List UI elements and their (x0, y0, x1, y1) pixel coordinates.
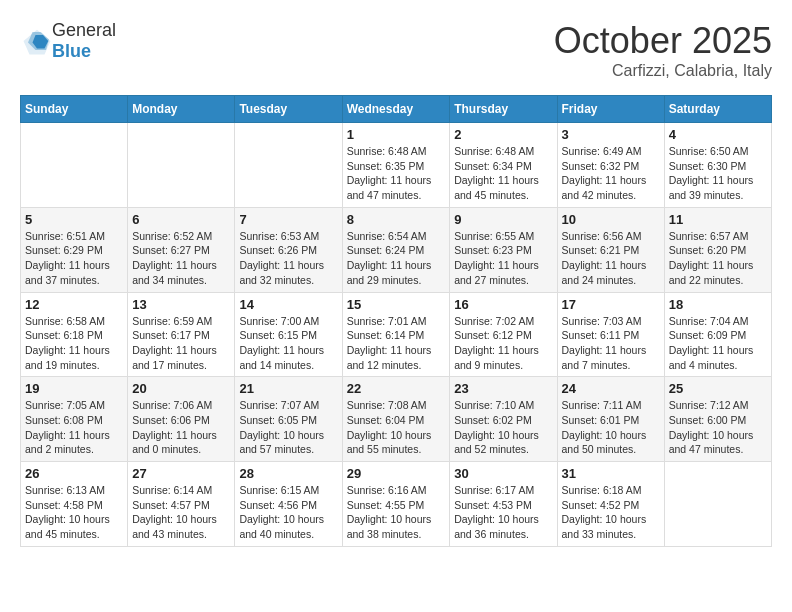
calendar-cell: 3Sunrise: 6:49 AMSunset: 6:32 PMDaylight… (557, 123, 664, 208)
day-info-text: Sunrise: 6:13 AM (25, 483, 123, 498)
calendar-cell: 14Sunrise: 7:00 AMSunset: 6:15 PMDayligh… (235, 292, 342, 377)
calendar-cell: 21Sunrise: 7:07 AMSunset: 6:05 PMDayligh… (235, 377, 342, 462)
day-info-text: Daylight: 11 hours and 27 minutes. (454, 258, 552, 287)
calendar-cell (128, 123, 235, 208)
day-number: 7 (239, 212, 337, 227)
day-info-text: Daylight: 11 hours and 24 minutes. (562, 258, 660, 287)
calendar-cell: 11Sunrise: 6:57 AMSunset: 6:20 PMDayligh… (664, 207, 771, 292)
day-info-text: Sunrise: 6:49 AM (562, 144, 660, 159)
day-info-text: Sunrise: 6:57 AM (669, 229, 767, 244)
day-info-text: Sunset: 6:17 PM (132, 328, 230, 343)
day-number: 10 (562, 212, 660, 227)
day-info-text: Sunrise: 7:02 AM (454, 314, 552, 329)
calendar-cell: 12Sunrise: 6:58 AMSunset: 6:18 PMDayligh… (21, 292, 128, 377)
day-info-text: Sunset: 4:55 PM (347, 498, 446, 513)
day-number: 19 (25, 381, 123, 396)
day-number: 29 (347, 466, 446, 481)
day-info-text: Daylight: 11 hours and 37 minutes. (25, 258, 123, 287)
calendar-cell: 5Sunrise: 6:51 AMSunset: 6:29 PMDaylight… (21, 207, 128, 292)
day-info-text: Sunrise: 6:48 AM (454, 144, 552, 159)
day-info-text: Sunrise: 7:12 AM (669, 398, 767, 413)
day-info-text: Sunset: 6:24 PM (347, 243, 446, 258)
column-header-friday: Friday (557, 96, 664, 123)
day-info-text: Daylight: 11 hours and 39 minutes. (669, 173, 767, 202)
day-info-text: Sunset: 4:58 PM (25, 498, 123, 513)
day-info-text: Sunset: 4:56 PM (239, 498, 337, 513)
day-info-text: Sunrise: 7:05 AM (25, 398, 123, 413)
day-info-text: Daylight: 11 hours and 9 minutes. (454, 343, 552, 372)
calendar-week-row: 5Sunrise: 6:51 AMSunset: 6:29 PMDaylight… (21, 207, 772, 292)
day-info-text: Sunset: 6:09 PM (669, 328, 767, 343)
day-info-text: Daylight: 10 hours and 47 minutes. (669, 428, 767, 457)
day-info-text: Daylight: 11 hours and 29 minutes. (347, 258, 446, 287)
day-info-text: Sunset: 6:27 PM (132, 243, 230, 258)
calendar-week-row: 26Sunrise: 6:13 AMSunset: 4:58 PMDayligh… (21, 462, 772, 547)
day-number: 15 (347, 297, 446, 312)
day-number: 20 (132, 381, 230, 396)
day-number: 2 (454, 127, 552, 142)
day-number: 6 (132, 212, 230, 227)
calendar-table: SundayMondayTuesdayWednesdayThursdayFrid… (20, 95, 772, 547)
day-info-text: Sunrise: 7:08 AM (347, 398, 446, 413)
day-info-text: Daylight: 11 hours and 4 minutes. (669, 343, 767, 372)
day-info-text: Sunrise: 6:55 AM (454, 229, 552, 244)
calendar-cell: 19Sunrise: 7:05 AMSunset: 6:08 PMDayligh… (21, 377, 128, 462)
calendar-cell: 13Sunrise: 6:59 AMSunset: 6:17 PMDayligh… (128, 292, 235, 377)
calendar-subtitle: Carfizzi, Calabria, Italy (554, 62, 772, 80)
day-info-text: Sunrise: 7:07 AM (239, 398, 337, 413)
day-number: 25 (669, 381, 767, 396)
day-number: 26 (25, 466, 123, 481)
day-info-text: Sunrise: 7:06 AM (132, 398, 230, 413)
day-info-text: Sunrise: 7:00 AM (239, 314, 337, 329)
day-info-text: Sunrise: 6:59 AM (132, 314, 230, 329)
day-info-text: Sunset: 6:20 PM (669, 243, 767, 258)
day-number: 31 (562, 466, 660, 481)
day-info-text: Daylight: 10 hours and 45 minutes. (25, 512, 123, 541)
day-number: 23 (454, 381, 552, 396)
day-info-text: Sunset: 6:23 PM (454, 243, 552, 258)
day-info-text: Daylight: 10 hours and 52 minutes. (454, 428, 552, 457)
column-header-tuesday: Tuesday (235, 96, 342, 123)
title-area: October 2025 Carfizzi, Calabria, Italy (554, 20, 772, 80)
day-info-text: Sunset: 6:04 PM (347, 413, 446, 428)
calendar-cell: 7Sunrise: 6:53 AMSunset: 6:26 PMDaylight… (235, 207, 342, 292)
day-info-text: Sunset: 6:05 PM (239, 413, 337, 428)
day-info-text: Sunset: 6:21 PM (562, 243, 660, 258)
day-info-text: Sunset: 6:18 PM (25, 328, 123, 343)
column-header-sunday: Sunday (21, 96, 128, 123)
day-info-text: Daylight: 11 hours and 45 minutes. (454, 173, 552, 202)
day-info-text: Sunrise: 6:15 AM (239, 483, 337, 498)
day-number: 8 (347, 212, 446, 227)
day-number: 14 (239, 297, 337, 312)
day-number: 1 (347, 127, 446, 142)
calendar-cell: 4Sunrise: 6:50 AMSunset: 6:30 PMDaylight… (664, 123, 771, 208)
day-number: 5 (25, 212, 123, 227)
day-number: 4 (669, 127, 767, 142)
day-info-text: Daylight: 11 hours and 0 minutes. (132, 428, 230, 457)
day-info-text: Sunset: 6:08 PM (25, 413, 123, 428)
day-info-text: Sunrise: 7:04 AM (669, 314, 767, 329)
day-info-text: Sunset: 6:06 PM (132, 413, 230, 428)
page-header: General Blue October 2025 Carfizzi, Cala… (20, 20, 772, 80)
logo-icon (22, 26, 52, 56)
day-number: 27 (132, 466, 230, 481)
calendar-cell: 23Sunrise: 7:10 AMSunset: 6:02 PMDayligh… (450, 377, 557, 462)
day-number: 22 (347, 381, 446, 396)
day-info-text: Sunset: 6:29 PM (25, 243, 123, 258)
calendar-week-row: 19Sunrise: 7:05 AMSunset: 6:08 PMDayligh… (21, 377, 772, 462)
day-info-text: Daylight: 11 hours and 22 minutes. (669, 258, 767, 287)
day-info-text: Sunrise: 6:18 AM (562, 483, 660, 498)
calendar-cell (235, 123, 342, 208)
day-info-text: Daylight: 10 hours and 50 minutes. (562, 428, 660, 457)
day-number: 21 (239, 381, 337, 396)
day-info-text: Daylight: 10 hours and 43 minutes. (132, 512, 230, 541)
day-info-text: Sunrise: 6:56 AM (562, 229, 660, 244)
calendar-cell: 24Sunrise: 7:11 AMSunset: 6:01 PMDayligh… (557, 377, 664, 462)
day-number: 28 (239, 466, 337, 481)
calendar-cell: 2Sunrise: 6:48 AMSunset: 6:34 PMDaylight… (450, 123, 557, 208)
day-info-text: Daylight: 10 hours and 36 minutes. (454, 512, 552, 541)
column-header-thursday: Thursday (450, 96, 557, 123)
day-info-text: Sunrise: 7:10 AM (454, 398, 552, 413)
day-info-text: Sunset: 6:00 PM (669, 413, 767, 428)
day-info-text: Daylight: 10 hours and 38 minutes. (347, 512, 446, 541)
